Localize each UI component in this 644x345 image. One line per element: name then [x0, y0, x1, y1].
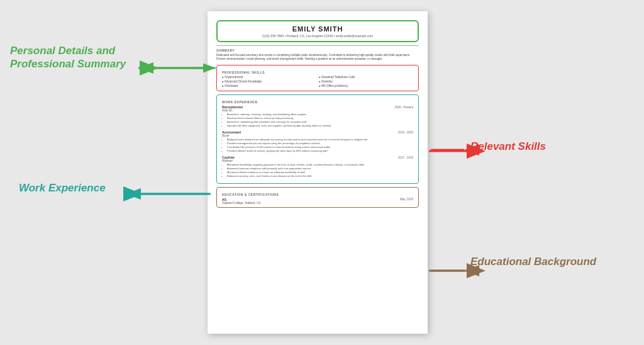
summary-title: SUMMARY	[216, 48, 419, 52]
job-receptionist: Receptionist 2020 - Present Help Inc. As…	[222, 105, 413, 128]
job-dates-accountant: 2019 - 2020	[398, 131, 413, 134]
skill-item: ● Organizational	[222, 76, 316, 79]
skill-item: ● Answered Telephone Calls	[319, 76, 413, 79]
resume-work-section: WORK EXPERIENCE Receptionist 2020 - Pres…	[216, 94, 419, 184]
job-accountant: Accountant 2019 - 2020 Buyer Analyzed an…	[222, 130, 413, 153]
job-title-accountant: Accountant	[222, 130, 241, 134]
education-entry: AS Oakland College, Oakland, CA May, 201…	[222, 198, 413, 205]
skills-grid: ● Organizational ● Answered Telephone Ca…	[222, 76, 413, 88]
resume-contact: (123) 456-7890 • Portland, CA, Los Angel…	[224, 34, 411, 38]
annotation-educational-background: Educational Background	[470, 255, 596, 268]
job-company-cashier: Walmart	[222, 159, 413, 162]
job-dates-receptionist: 2020 - Present	[394, 106, 413, 109]
skill-item: ● Dexterity	[319, 80, 413, 84]
resume-skills-section: PROFESSIONAL SKILLS ● Organizational ● A…	[216, 65, 419, 91]
resume-name: EMILY SMITH	[224, 25, 411, 33]
resume-header-section: EMILY SMITH (123) 456-7890 • Portland, C…	[216, 20, 419, 42]
bullet: Operated all office equipment, tools, an…	[227, 124, 413, 128]
job-company-accountant: Buyer	[222, 134, 413, 137]
work-title: WORK EXPERIENCE	[222, 100, 413, 104]
job-title-receptionist: Receptionist	[222, 105, 243, 109]
annotation-relevant-skills: Relevant Skills	[470, 140, 546, 153]
job-title-cashier: Cashier	[222, 156, 235, 159]
resume-education-section: EDUCATION & CERTIFICATIONS AS Oakland Co…	[216, 187, 419, 208]
resume-document: EMILY SMITH (123) 456-7890 • Portland, C…	[208, 11, 428, 334]
job-dates-cashier: 2017 - 2019	[398, 156, 413, 159]
education-title: EDUCATION & CERTIFICATIONS	[222, 193, 413, 196]
skills-title: PROFESSIONAL SKILLS	[222, 71, 413, 74]
edu-date: May, 2018	[400, 198, 413, 205]
annotation-work-experience: Work Experience	[19, 181, 106, 195]
job-cashier: Cashier 2017 - 2019 Walmart Maintained k…	[222, 156, 413, 178]
job-bullets-cashier: Maintained knowledge regarding payment i…	[227, 163, 413, 178]
job-bullets-receptionist: Assisted in ordering, receiving, stockin…	[227, 113, 413, 128]
job-bullets-accountant: Analyzed and maintained an adequate acco…	[227, 138, 413, 153]
bullet: Balanced currency, coins, and checks in …	[227, 174, 413, 178]
bullet: Provided efficient levels of service, gr…	[227, 149, 413, 153]
job-company-receptionist: Help Inc.	[222, 109, 413, 112]
annotation-personal-details: Personal Details and Professional Summar…	[10, 44, 126, 71]
skill-item: ● Orientated	[222, 84, 316, 88]
skill-item: ● Advanced Clinical Knowledge	[222, 80, 316, 84]
edu-school: Oakland College, Oakland, CA	[222, 201, 260, 205]
divider-summary	[216, 45, 419, 46]
summary-text: Dedicated and focused secretary who exce…	[216, 54, 419, 62]
skill-item: ● MS Office proficiency	[319, 84, 413, 88]
